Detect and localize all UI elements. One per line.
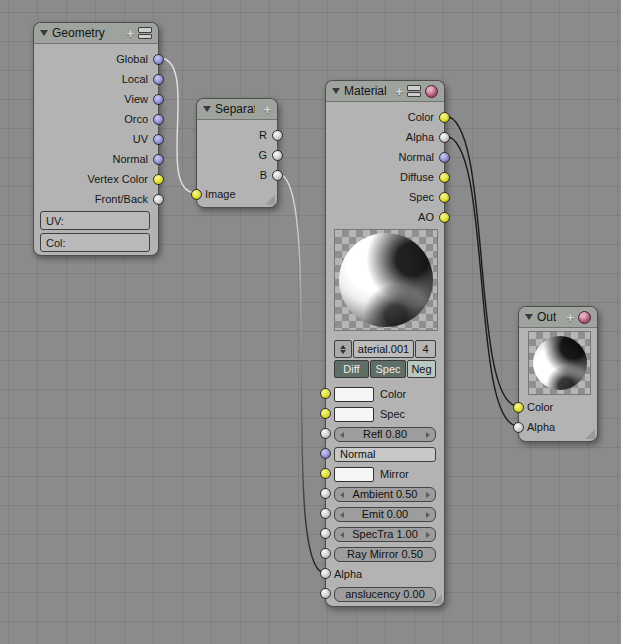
spec-toggle[interactable]: Spec bbox=[370, 360, 406, 378]
socket-material-alpha-input[interactable] bbox=[320, 568, 331, 579]
node-material[interactable]: Material. Color Alpha Normal Diffuse Spe… bbox=[325, 80, 445, 607]
output-label: Orco bbox=[124, 113, 148, 125]
socket-geometry-view-output[interactable] bbox=[153, 94, 164, 105]
socket-material-normal-input[interactable] bbox=[320, 448, 331, 459]
slider-decrease-icon[interactable] bbox=[340, 532, 344, 538]
socket-material-refl-input[interactable] bbox=[320, 428, 331, 439]
output-label: Vertex Color bbox=[87, 173, 148, 185]
socket-material-ambient-input[interactable] bbox=[320, 488, 331, 499]
resize-grip[interactable] bbox=[585, 429, 595, 439]
output-row: Normal bbox=[42, 149, 150, 169]
node-material-header[interactable]: Material. bbox=[326, 81, 444, 102]
spectra-slider[interactable]: SpecTra 1.00 bbox=[334, 527, 436, 542]
node-separate-rgb[interactable]: Separat R G B Image bbox=[196, 98, 278, 208]
slider-increase-icon[interactable] bbox=[426, 492, 430, 498]
resize-grip[interactable] bbox=[432, 594, 442, 604]
socket-material-translucency-input[interactable] bbox=[320, 588, 331, 599]
input-row: Image bbox=[205, 184, 269, 204]
material-preview-sphere bbox=[339, 233, 433, 327]
uv-name-field[interactable]: UV: bbox=[40, 211, 150, 230]
socket-geometry-vertexcolor-output[interactable] bbox=[153, 174, 164, 185]
neg-toggle[interactable]: Neg bbox=[407, 360, 436, 378]
socket-geometry-local-output[interactable] bbox=[153, 74, 164, 85]
output-label: Normal bbox=[399, 151, 434, 163]
socket-out-alpha-input[interactable] bbox=[513, 422, 524, 433]
translucency-slider[interactable]: anslucency 0.00 bbox=[334, 587, 436, 602]
slider-label: SpecTra 1.00 bbox=[352, 528, 418, 540]
hide-buttons-icon[interactable] bbox=[407, 85, 421, 97]
node-geometry[interactable]: Geometry Global Local View Orco UV Norma… bbox=[33, 22, 159, 256]
socket-material-color-output[interactable] bbox=[439, 112, 450, 123]
socket-material-spectra-input[interactable] bbox=[320, 528, 331, 539]
node-title: Separat bbox=[215, 102, 255, 116]
socket-geometry-normal-output[interactable] bbox=[153, 154, 164, 165]
field-label: UV: bbox=[46, 215, 64, 227]
ambient-slider[interactable]: Ambient 0.50 bbox=[334, 487, 436, 502]
plus-icon[interactable] bbox=[263, 103, 271, 116]
socket-separate-b-output[interactable] bbox=[272, 170, 283, 181]
diff-toggle[interactable]: Diff bbox=[334, 360, 369, 378]
socket-geometry-frontback-output[interactable] bbox=[153, 194, 164, 205]
vertex-color-name-field[interactable]: Col: bbox=[40, 233, 150, 252]
socket-material-color-input[interactable] bbox=[320, 388, 331, 399]
ray-mirror-slider[interactable]: Ray Mirror 0.50 bbox=[334, 547, 436, 562]
socket-material-spec-input[interactable] bbox=[320, 408, 331, 419]
link-material-alpha-to-out-alpha[interactable] bbox=[445, 136, 518, 426]
socket-material-diffuse-output[interactable] bbox=[439, 172, 450, 183]
output-label: View bbox=[124, 93, 148, 105]
slider-increase-icon[interactable] bbox=[426, 512, 430, 518]
socket-material-normal-output[interactable] bbox=[439, 152, 450, 163]
node-editor-canvas[interactable]: Geometry Global Local View Orco UV Norma… bbox=[0, 0, 621, 644]
material-users-button[interactable]: 4 bbox=[415, 340, 436, 358]
emit-slider[interactable]: Emit 0.00 bbox=[334, 507, 436, 522]
slider-increase-icon[interactable] bbox=[426, 532, 430, 538]
collapse-triangle-icon[interactable] bbox=[203, 106, 211, 112]
link-separate-b-to-material-alpha[interactable] bbox=[278, 174, 325, 573]
socket-out-color-input[interactable] bbox=[513, 402, 524, 413]
mirror-swatch[interactable] bbox=[334, 467, 374, 482]
node-geometry-header[interactable]: Geometry bbox=[34, 23, 158, 44]
plus-icon[interactable] bbox=[566, 311, 574, 324]
plus-icon[interactable] bbox=[395, 85, 403, 98]
socket-separate-r-output[interactable] bbox=[272, 130, 283, 141]
slider-label: Emit 0.00 bbox=[362, 508, 408, 520]
normal-button[interactable]: Normal bbox=[334, 447, 436, 462]
node-separate-header[interactable]: Separat bbox=[197, 99, 277, 120]
plus-icon[interactable] bbox=[126, 27, 134, 40]
socket-geometry-uv-output[interactable] bbox=[153, 134, 164, 145]
collapse-triangle-icon[interactable] bbox=[525, 314, 533, 320]
socket-material-ao-output[interactable] bbox=[439, 212, 450, 223]
socket-separate-image-input[interactable] bbox=[191, 189, 202, 200]
slider-decrease-icon[interactable] bbox=[340, 432, 344, 438]
spec-swatch[interactable] bbox=[334, 407, 374, 422]
node-output-header[interactable]: Out bbox=[519, 307, 597, 328]
output-label: B bbox=[260, 169, 267, 181]
socket-geometry-global-output[interactable] bbox=[153, 54, 164, 65]
socket-material-mirror-input[interactable] bbox=[320, 468, 331, 479]
input-label: Color bbox=[527, 401, 553, 413]
output-preview bbox=[528, 331, 591, 395]
socket-geometry-orco-output[interactable] bbox=[153, 114, 164, 125]
socket-material-alpha-output[interactable] bbox=[439, 132, 450, 143]
input-row-refl: Refl 0.80 bbox=[334, 424, 436, 444]
material-name-field[interactable]: aterial.001 bbox=[353, 340, 414, 358]
refl-slider[interactable]: Refl 0.80 bbox=[334, 427, 436, 442]
slider-decrease-icon[interactable] bbox=[340, 492, 344, 498]
slider-decrease-icon[interactable] bbox=[340, 512, 344, 518]
browse-material-button[interactable] bbox=[334, 340, 352, 358]
link-geometry-global-to-separate-image[interactable] bbox=[159, 58, 196, 193]
socket-material-spec-output[interactable] bbox=[439, 192, 450, 203]
socket-separate-g-output[interactable] bbox=[272, 150, 283, 161]
color-swatch[interactable] bbox=[334, 387, 374, 402]
output-label: Color bbox=[408, 111, 434, 123]
output-label: G bbox=[258, 149, 267, 161]
resize-grip[interactable] bbox=[265, 195, 275, 205]
socket-material-emit-input[interactable] bbox=[320, 508, 331, 519]
hide-buttons-icon[interactable] bbox=[138, 27, 152, 39]
socket-material-raymirror-input[interactable] bbox=[320, 548, 331, 559]
link-material-color-to-out-color[interactable] bbox=[445, 116, 518, 406]
node-output[interactable]: Out Color Alpha bbox=[518, 306, 598, 442]
slider-increase-icon[interactable] bbox=[426, 432, 430, 438]
collapse-triangle-icon[interactable] bbox=[332, 88, 340, 94]
collapse-triangle-icon[interactable] bbox=[40, 30, 48, 36]
